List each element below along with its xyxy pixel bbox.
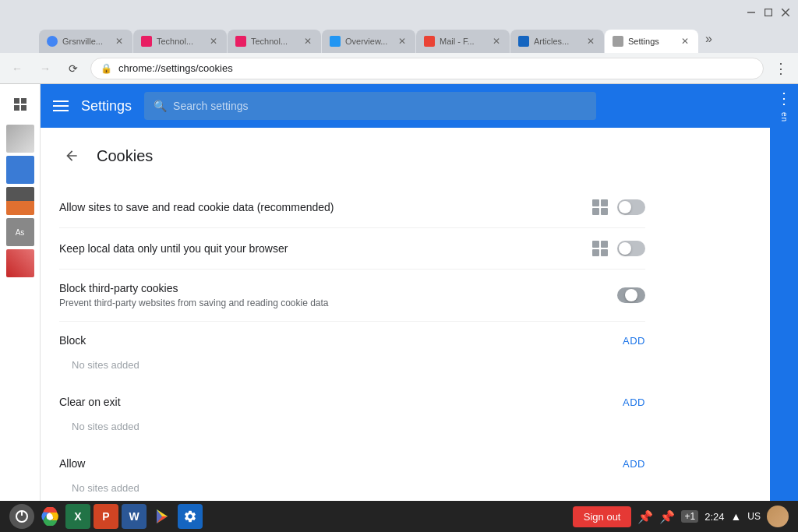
title-bar-controls — [745, 6, 792, 19]
sidebar-thumbnail-4[interactable]: As — [6, 218, 34, 246]
tab-mail[interactable]: Mail - F... ✕ — [416, 30, 510, 53]
allow-cookies-title: Allow sites to save and read cookie data… — [59, 201, 592, 213]
user-avatar[interactable] — [767, 506, 789, 527]
tab-close-icon[interactable]: ✕ — [302, 36, 313, 47]
allow-cookies-row: Allow sites to save and read cookie data… — [59, 187, 645, 228]
settings-wrapper: Settings 🔍 Cookies — [41, 84, 770, 501]
svg-rect-4 — [14, 98, 19, 104]
local-data-title: Keep local data only until you quit your… — [59, 242, 592, 255]
taskbar-right: Sign out 📌 📌 +1 2:24 ▲ US — [573, 506, 789, 527]
more-tabs-button[interactable]: » — [699, 32, 719, 46]
sidebar-overview-icon[interactable] — [6, 90, 34, 118]
cookies-page-title: Cookies — [97, 147, 153, 165]
right-panel: ⋮ en — [770, 84, 798, 501]
sidebar-thumbnail-2[interactable] — [6, 156, 34, 184]
svg-rect-7 — [21, 105, 26, 111]
maximize-button[interactable] — [762, 6, 775, 19]
block-section-title: Block — [59, 334, 86, 347]
block-section-header: Block ADD — [59, 322, 645, 353]
sidebar-thumbnail-3[interactable] — [6, 187, 34, 215]
taskbar-plus-count: +1 — [681, 510, 698, 523]
taskbar-left: X P W — [9, 504, 203, 529]
tab-label: Settings — [628, 37, 675, 46]
hamburger-menu-button[interactable] — [53, 100, 69, 111]
tab-articles[interactable]: Articles... ✕ — [510, 30, 604, 53]
block-third-party-desc: Prevent third-party websites from saving… — [59, 298, 617, 308]
tab-close-icon[interactable]: ✕ — [680, 36, 690, 47]
tab-close-icon[interactable]: ✕ — [208, 36, 219, 47]
settings-main: Cookies Allow sites to save and read coo… — [41, 128, 770, 501]
block-no-sites: No sites added — [59, 353, 645, 383]
block-third-party-row: Block third-party cookies Prevent third-… — [59, 270, 645, 322]
tab-label: Overview... — [345, 37, 392, 46]
search-icon: 🔍 — [154, 100, 167, 112]
settings-search-box[interactable]: 🔍 — [144, 92, 596, 120]
block-third-party-toggle[interactable] — [617, 287, 645, 303]
right-panel-dots[interactable]: ⋮ — [776, 90, 792, 106]
block-add-button[interactable]: ADD — [623, 335, 645, 347]
taskbar-circle-icon[interactable] — [9, 504, 34, 529]
tab-label: Grsnville... — [62, 37, 109, 46]
main-area: As Settings 🔍 — [0, 84, 798, 501]
allow-section-header: Allow ADD — [59, 445, 645, 476]
block-third-party-title: Block third-party cookies — [59, 282, 617, 294]
title-bar — [0, 0, 798, 25]
clear-on-exit-no-sites: No sites added — [59, 414, 645, 445]
settings-header: Settings 🔍 — [41, 84, 770, 128]
tab-label: Technol... — [251, 37, 298, 46]
locale-label: US — [747, 511, 761, 522]
tab-label: Articles... — [534, 37, 581, 46]
sign-out-button[interactable]: Sign out — [573, 506, 632, 527]
taskbar-time: 2:24 — [704, 511, 724, 523]
taskbar-word-icon[interactable]: W — [122, 504, 147, 529]
taskbar-settings-icon[interactable] — [178, 504, 203, 529]
allow-cookies-grid-icon[interactable] — [592, 199, 608, 215]
settings-content: Cookies Allow sites to save and read coo… — [41, 128, 770, 501]
tab-settings-active[interactable]: Settings ✕ — [605, 30, 698, 53]
back-nav-button[interactable]: ← — [6, 58, 28, 79]
svg-rect-1 — [765, 9, 772, 16]
taskbar-chrome-icon[interactable] — [37, 504, 62, 529]
close-button[interactable] — [779, 6, 792, 19]
local-data-grid-icon[interactable] — [592, 241, 608, 256]
tab-overview[interactable]: Overview... ✕ — [322, 30, 415, 53]
taskbar: X P W — [0, 501, 798, 532]
settings-title: Settings — [81, 98, 132, 115]
svg-rect-0 — [747, 12, 755, 13]
tab-close-icon[interactable]: ✕ — [114, 36, 125, 47]
allow-section-title: Allow — [59, 457, 85, 470]
forward-nav-button[interactable]: → — [34, 58, 56, 79]
browser-frame: Grsnville... ✕ Technol... ✕ Technol... ✕… — [0, 0, 798, 532]
tabs-bar: Grsnville... ✕ Technol... ✕ Technol... ✕… — [0, 25, 798, 53]
more-options-button[interactable]: ⋮ — [770, 58, 792, 79]
tab-technol2[interactable]: Technol... ✕ — [228, 30, 321, 53]
tab-grsnville[interactable]: Grsnville... ✕ — [39, 30, 132, 53]
taskbar-powerpoint-icon[interactable]: P — [94, 504, 118, 529]
sidebar-thumbnail-5[interactable] — [6, 249, 34, 277]
address-bar[interactable]: 🔒 chrome://settings/cookies — [90, 58, 764, 79]
settings-search-input[interactable] — [173, 100, 587, 112]
taskbar-excel-icon[interactable]: X — [65, 504, 90, 529]
taskbar-playstore-icon[interactable] — [150, 504, 175, 529]
back-button[interactable] — [59, 143, 84, 168]
tab-technol1[interactable]: Technol... ✕ — [133, 30, 227, 53]
taskbar-pin1-icon: 📌 — [637, 509, 653, 524]
clear-on-exit-add-button[interactable]: ADD — [623, 396, 645, 408]
sidebar-thumbnail-1[interactable] — [6, 125, 34, 153]
allow-no-sites: No sites added — [59, 476, 645, 501]
svg-point-11 — [48, 514, 53, 520]
tab-close-icon[interactable]: ✕ — [397, 36, 408, 47]
tab-close-icon[interactable]: ✕ — [491, 36, 502, 47]
svg-rect-5 — [21, 98, 26, 104]
right-panel-label: en — [780, 112, 789, 122]
cookies-page: Cookies Allow sites to save and read coo… — [41, 128, 664, 501]
local-data-toggle[interactable] — [617, 241, 645, 256]
allow-add-button[interactable]: ADD — [623, 458, 645, 470]
refresh-nav-button[interactable]: ⟳ — [62, 58, 84, 79]
tab-close-icon[interactable]: ✕ — [585, 36, 596, 47]
minimize-button[interactable] — [745, 6, 757, 19]
allow-cookies-toggle[interactable] — [617, 199, 645, 215]
browser-sidebar: As — [0, 84, 41, 501]
cookies-header: Cookies — [59, 143, 645, 168]
wifi-icon: ▲ — [730, 510, 741, 523]
